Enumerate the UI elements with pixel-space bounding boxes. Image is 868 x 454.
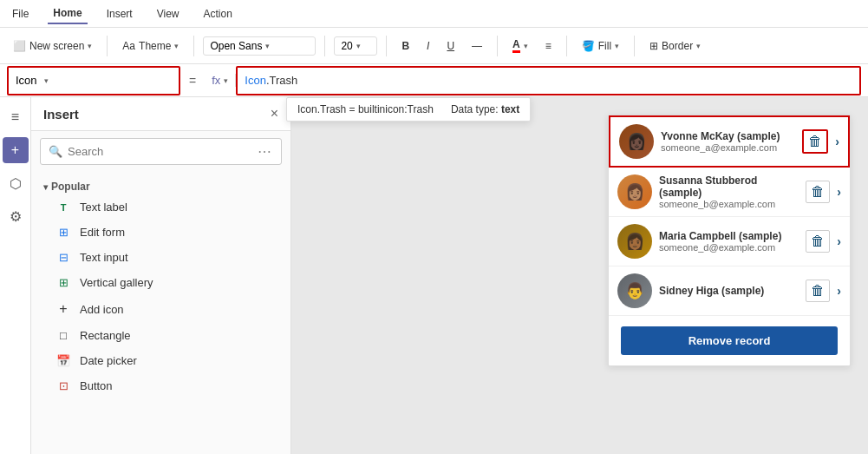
sidebar-settings-button[interactable]: ⚙ (3, 203, 29, 229)
date-picker-item-label: Date picker (80, 354, 137, 367)
separator-2 (193, 36, 194, 56)
record-name-4: Sidney Higa (sample) (659, 285, 799, 297)
trash-icon-2[interactable]: 🗑 (806, 181, 830, 203)
canvas-area[interactable]: 👩🏿 Yvonne McKay (sample) someone_a@examp… (291, 97, 868, 454)
theme-button[interactable]: Aa Theme ▾ (116, 36, 185, 56)
avatar-3: 👩🏾 (617, 224, 652, 259)
border-icon: ⊞ (649, 40, 658, 52)
menu-home[interactable]: Home (48, 3, 87, 24)
record-name-3: Maria Campbell (sample) (659, 230, 799, 242)
vertical-gallery-item-label: Vertical gallery (80, 276, 153, 289)
trash-icon-1[interactable]: 🗑 (802, 129, 828, 154)
insert-item-button[interactable]: ⊡ Button (31, 373, 290, 398)
date-picker-icon: 📅 (55, 354, 71, 367)
button-icon: ⊡ (55, 379, 71, 392)
record-info-4: Sidney Higa (sample) (659, 285, 799, 297)
separator-7 (634, 36, 635, 56)
record-chevron-2[interactable]: › (837, 185, 841, 199)
menu-insert[interactable]: Insert (101, 4, 138, 23)
formula-name-text: Icon (16, 74, 37, 87)
button-item-label: Button (80, 379, 113, 392)
record-item-3[interactable]: 👩🏾 Maria Campbell (sample) someone_d@exa… (609, 217, 850, 266)
menu-action[interactable]: Action (199, 4, 238, 23)
record-chevron-4[interactable]: › (837, 284, 841, 298)
avatar-face-4: 👨 (617, 273, 652, 308)
new-screen-button[interactable]: ⬜ New screen ▾ (7, 36, 98, 56)
text-label-item-label: Text label (80, 201, 127, 214)
font-chevron-icon: ▾ (265, 42, 270, 50)
formula-dot-part: .Trash (266, 74, 297, 87)
category-chevron-icon: ▾ (43, 182, 48, 192)
edit-form-icon: ⊞ (55, 226, 71, 239)
fx-chevron-icon: ▾ (224, 76, 228, 85)
separator-5 (497, 36, 498, 56)
sidebar-treeview-button[interactable]: ≡ (3, 104, 29, 130)
formula-name-chevron-icon: ▾ (44, 76, 49, 85)
formula-eq-symbol: = (180, 74, 205, 88)
avatar-4: 👨 (617, 273, 652, 308)
bold-button[interactable]: B (395, 36, 415, 56)
fx-label: fx (212, 74, 220, 87)
add-icon-icon: + (55, 301, 71, 317)
insert-item-date-picker[interactable]: 📅 Date picker (31, 348, 290, 373)
records-panel: 👩🏿 Yvonne McKay (sample) someone_a@examp… (608, 115, 851, 366)
rectangle-icon: □ (55, 329, 71, 342)
left-sidebar: ≡ + ⬡ ⚙ (0, 97, 31, 454)
main-area: ≡ + ⬡ ⚙ Insert × 🔍 ⋯ ▾ Popular (0, 97, 868, 454)
insert-close-button[interactable]: × (271, 106, 278, 122)
avatar-face-2: 👩🏽 (617, 174, 652, 209)
separator-4 (386, 36, 387, 56)
record-chevron-3[interactable]: › (837, 234, 841, 248)
record-item-1[interactable]: 👩🏿 Yvonne McKay (sample) someone_a@examp… (609, 115, 850, 168)
hint-datatype-value: text (501, 103, 519, 115)
fill-button[interactable]: 🪣 Fill ▾ (576, 36, 625, 56)
trash-icon-3[interactable]: 🗑 (806, 230, 830, 253)
popular-category[interactable]: ▾ Popular (31, 175, 290, 194)
sidebar-insert-button[interactable]: + (3, 137, 29, 163)
menu-view[interactable]: View (152, 4, 185, 23)
search-more-icon[interactable]: ⋯ (256, 143, 273, 160)
size-chevron-icon: ▾ (356, 42, 361, 50)
formula-icon-part: Icon (245, 74, 266, 87)
search-input[interactable] (68, 145, 251, 158)
insert-header: Insert × (31, 97, 290, 131)
sidebar-data-button[interactable]: ⬡ (3, 170, 29, 196)
formula-bar: Icon ▾ = fx ▾ Icon.Trash Icon.Trash = bu… (0, 64, 868, 97)
insert-item-text-input[interactable]: ⊟ Text input (31, 245, 290, 270)
record-item-4[interactable]: 👨 Sidney Higa (sample) 🗑 › (609, 266, 850, 316)
text-input-item-label: Text input (80, 251, 128, 264)
insert-item-vertical-gallery[interactable]: ⊞ Vertical gallery (31, 270, 290, 295)
align-button[interactable]: ≡ (539, 36, 558, 56)
italic-button[interactable]: I (421, 36, 435, 56)
insert-item-rectangle[interactable]: □ Rectangle (31, 323, 290, 348)
border-button[interactable]: ⊞ Border ▾ (643, 36, 707, 56)
insert-item-text-label[interactable]: T Text label (31, 194, 290, 220)
size-selector[interactable]: 20 ▾ (334, 36, 377, 56)
font-color-chevron-icon: ▾ (524, 42, 528, 50)
record-chevron-1[interactable]: › (835, 135, 839, 148)
hint-formula-text: Icon.Trash = builtinicon:Trash (297, 103, 434, 115)
text-label-icon: T (55, 202, 71, 213)
avatar-face-1: 👩🏿 (619, 124, 654, 159)
font-selector[interactable]: Open Sans ▾ (203, 36, 316, 56)
record-item-2[interactable]: 👩🏽 Susanna Stubberod (sample) someone_b@… (609, 168, 850, 217)
menu-file[interactable]: File (7, 4, 34, 23)
font-color-button[interactable]: A ▾ (506, 35, 534, 56)
formula-input[interactable]: Icon.Trash (236, 66, 861, 95)
separator-6 (566, 36, 567, 56)
insert-items-list: ▾ Popular T Text label ⊞ Edit form ⊟ Tex… (31, 172, 290, 454)
avatar-face-3: 👩🏾 (617, 224, 652, 259)
underline-button[interactable]: U (441, 36, 460, 56)
record-info-2: Susanna Stubberod (sample) someone_b@exa… (659, 174, 799, 209)
strikethrough-button[interactable]: — (466, 36, 488, 56)
new-screen-icon: ⬜ (13, 40, 26, 52)
formula-name-box[interactable]: Icon ▾ (7, 66, 180, 95)
avatar-1: 👩🏿 (619, 124, 654, 159)
insert-item-add-icon[interactable]: + Add icon (31, 295, 290, 323)
insert-plus-icon: + (11, 142, 19, 158)
trash-icon-4[interactable]: 🗑 (806, 280, 830, 302)
insert-item-edit-form[interactable]: ⊞ Edit form (31, 220, 290, 245)
formula-fx-button[interactable]: fx ▾ (205, 74, 236, 87)
remove-record-button[interactable]: Remove record (621, 326, 838, 355)
search-icon: 🔍 (49, 145, 62, 158)
